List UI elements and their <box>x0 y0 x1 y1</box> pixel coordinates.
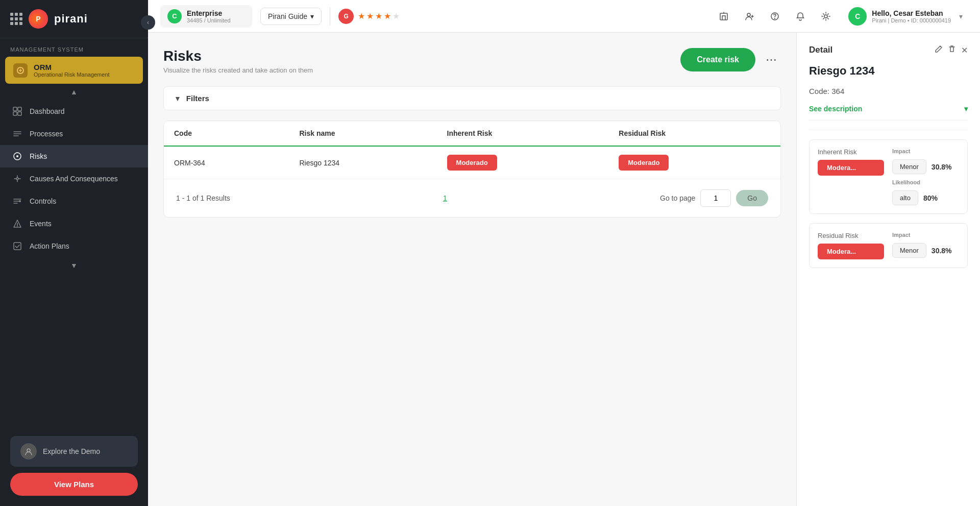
orm-item[interactable]: ORM Operational Risk Management <box>5 57 143 84</box>
orm-icon <box>13 63 28 78</box>
star-2: ★ <box>366 11 374 21</box>
enterprise-plan: 34485 / Unlimited <box>187 17 231 23</box>
star-5: ★ <box>393 11 400 21</box>
enterprise-badge[interactable]: C Enterprise 34485 / Unlimited <box>160 5 252 28</box>
sidebar-item-controls[interactable]: Controls <box>0 190 148 212</box>
sidebar-item-label: Dashboard <box>30 107 65 115</box>
sidebar-header: P pirani ‹ <box>0 0 148 38</box>
detail-delete-button[interactable] <box>948 45 956 55</box>
cell-code: ORM-364 <box>164 146 289 179</box>
residual-impact-row: Menor 30.8% <box>892 243 959 258</box>
col-inherent-risk: Inherent Risk <box>437 121 609 146</box>
sidebar-item-dashboard[interactable]: Dashboard <box>0 100 148 123</box>
inherent-risk-metrics: Inherent Risk Modera... Impact Menor 30.… <box>809 139 968 214</box>
create-risk-button[interactable]: Create risk <box>680 48 755 71</box>
risks-table: Code Risk name Inherent Risk Residual Ri… <box>164 121 780 179</box>
dashboard-icon <box>12 106 22 116</box>
pirani-guide-button[interactable]: Pirani Guide ▾ <box>260 8 322 25</box>
detail-divider-1 <box>809 130 968 130</box>
sidebar-item-label: Events <box>30 220 52 228</box>
controls-icon <box>12 196 22 206</box>
notification-icon[interactable] <box>792 8 808 25</box>
detail-close-button[interactable]: ✕ <box>961 45 968 55</box>
residual-risk-label: Residual Risk <box>818 232 884 239</box>
detail-edit-button[interactable] <box>935 45 943 55</box>
nav-collapse-up[interactable]: ▲ <box>0 84 148 100</box>
residual-impact-pct: 30.8% <box>932 247 952 255</box>
topbar: C Enterprise 34485 / Unlimited Pirani Gu… <box>148 0 980 33</box>
page-input[interactable] <box>700 189 731 207</box>
svg-rect-1 <box>13 107 17 111</box>
svg-rect-3 <box>13 112 17 115</box>
sidebar-item-risks[interactable]: Risks <box>0 145 148 167</box>
building-icon[interactable] <box>716 8 732 25</box>
processes-icon <box>12 129 22 139</box>
risks-icon <box>12 151 22 161</box>
detail-header: Detail ✕ <box>809 45 968 55</box>
management-label: Management system <box>0 38 148 57</box>
go-to-page-label: Go to page <box>660 194 695 202</box>
sidebar-collapse-button[interactable]: ‹ <box>141 15 155 30</box>
detail-title: Detail <box>809 45 832 55</box>
filters-chevron-icon[interactable]: ▼ <box>174 94 181 103</box>
inherent-risk-badge: Moderado <box>447 155 497 171</box>
page-title: Risks <box>163 48 313 64</box>
user-name: Hello, Cesar Esteban <box>872 9 951 17</box>
sidebar-item-label: Processes <box>30 130 63 138</box>
sidebar-item-label: Action Plans <box>30 242 69 250</box>
sidebar-item-causes[interactable]: Causes And Consequences <box>0 167 148 190</box>
table-row[interactable]: ORM-364 Riesgo 1234 Moderado Moderado <box>164 146 780 179</box>
action-plans-icon <box>12 241 22 251</box>
residual-impact-header: Impact <box>892 232 959 238</box>
go-to-page: Go to page Go <box>660 189 768 207</box>
enterprise-info: Enterprise 34485 / Unlimited <box>187 9 231 23</box>
sidebar-footer: Explore the Demo View Plans <box>0 426 148 506</box>
filters-bar: ▼ Filters <box>163 86 781 110</box>
stars-rating: ★ ★ ★ ★ ★ <box>358 11 400 21</box>
content-area: Risks Visualize the risks created and ta… <box>148 33 980 506</box>
user-area[interactable]: C Hello, Cesar Esteban Pirani | Demo • I… <box>843 4 968 29</box>
see-description-toggle[interactable]: See description ▾ <box>809 105 968 121</box>
topbar-divider <box>330 7 330 26</box>
table-body: ORM-364 Riesgo 1234 Moderado Moderado <box>164 146 780 179</box>
rating-area: G ★ ★ ★ ★ ★ <box>338 9 400 24</box>
see-description-label: See description <box>809 105 862 113</box>
likelihood-header: Likelihood <box>892 179 959 185</box>
svg-point-12 <box>747 13 750 16</box>
results-text: 1 - 1 of 1 Results <box>176 194 230 202</box>
view-plans-button[interactable]: View Plans <box>10 473 138 496</box>
col-code: Code <box>164 121 289 146</box>
star-1: ★ <box>358 11 365 21</box>
svg-point-6 <box>16 155 18 157</box>
orm-text: ORM Operational Risk Management <box>34 63 110 78</box>
sidebar-item-events[interactable]: Events <box>0 212 148 235</box>
inherent-likelihood-chip: alto <box>892 190 918 205</box>
grid-icon[interactable] <box>10 13 22 25</box>
inherent-risk-panel-badge: Modera... <box>818 160 884 176</box>
sidebar-item-action-plans[interactable]: Action Plans <box>0 235 148 257</box>
help-icon[interactable] <box>767 8 783 25</box>
nav-expand-down[interactable]: ▼ <box>0 257 148 274</box>
cell-risk-name: Riesgo 1234 <box>289 146 436 179</box>
add-user-icon[interactable] <box>741 8 757 25</box>
user-info: Hello, Cesar Esteban Pirani | Demo • ID:… <box>872 9 951 23</box>
svg-rect-4 <box>18 112 21 115</box>
page-link-1[interactable]: 1 <box>443 194 447 202</box>
detail-risk-name: Riesgo 1234 <box>809 64 968 78</box>
sidebar-item-processes[interactable]: Processes <box>0 123 148 145</box>
sidebar-item-label: Risks <box>30 152 47 160</box>
impact-row: Menor 30.8% <box>892 159 959 174</box>
settings-icon[interactable] <box>818 8 834 25</box>
detail-panel: Detail ✕ Riesgo 1234 Code: 364 See descr… <box>796 33 980 506</box>
explore-demo-label: Explore the Demo <box>43 447 100 455</box>
residual-risk-left: Residual Risk Modera... <box>818 232 884 259</box>
explore-demo-button[interactable]: Explore the Demo <box>10 436 138 467</box>
explore-demo-avatar <box>20 443 37 460</box>
go-button[interactable]: Go <box>736 190 768 206</box>
logo-icon: P <box>29 9 48 29</box>
see-description-chevron: ▾ <box>964 105 968 113</box>
svg-point-14 <box>824 15 827 18</box>
more-options-button[interactable]: ⋯ <box>762 51 781 68</box>
svg-point-7 <box>16 178 18 180</box>
pirani-guide-chevron: ▾ <box>310 12 314 20</box>
